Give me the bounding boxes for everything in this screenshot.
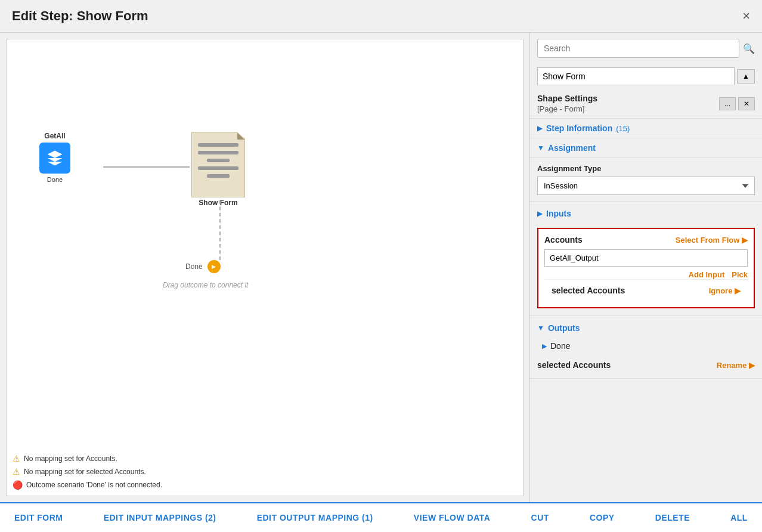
shape-name-row: ▲ (530, 64, 762, 89)
accounts-actions: Add Input Pick (544, 270, 748, 279)
assignment-type-label: Assignment Type (537, 164, 755, 173)
form-lines (192, 132, 244, 184)
all-button[interactable]: ALL (728, 509, 750, 526)
shape-settings-subtitle: [Page - Form] (537, 104, 597, 113)
search-button[interactable]: 🔍 (743, 43, 755, 54)
copy-button[interactable]: COPY (587, 509, 617, 526)
delete-button[interactable]: DELETE (653, 509, 692, 526)
shape-settings-header: Shape Settings [Page - Form] ... ✕ (537, 94, 755, 113)
done-expand-arrow: ▶ (542, 342, 547, 350)
step-info-label: Step Information (546, 123, 612, 133)
assignment-label: Assignment (548, 143, 596, 153)
warning-1: ⚠ No mapping set for Accounts. (13, 454, 162, 463)
scroll-up-button[interactable]: ▲ (737, 69, 755, 83)
accounts-card: Accounts Select From Flow ▶ Add Input Pi… (537, 228, 755, 308)
right-panel: 🔍 ▲ Shape Settings [Page - Form] ... ✕ (529, 33, 762, 502)
connector-line (103, 166, 190, 168)
ss-dots-button[interactable]: ... (719, 97, 736, 110)
cube-icon (46, 149, 64, 167)
edit-form-button[interactable]: EDIT FORM (12, 509, 66, 526)
drag-hint: Drag outcome to connect it (163, 281, 248, 289)
outputs-label: Outputs (548, 323, 580, 333)
outputs-done[interactable]: ▶ Done (530, 338, 762, 354)
showform-shape (191, 132, 245, 197)
getall-label: GetAll (39, 132, 70, 140)
warning-text-1: No mapping set for Accounts. (24, 454, 117, 463)
step-info-badge: (15) (616, 124, 630, 133)
shape-name-input[interactable] (537, 67, 735, 85)
step-info-header[interactable]: ▶ Step Information (15) (530, 119, 762, 138)
pick-link[interactable]: Pick (732, 270, 748, 279)
shape-settings-text: Shape Settings [Page - Form] (537, 94, 597, 113)
main-content: GetAll Done (0, 33, 762, 502)
panel-content[interactable]: Shape Settings [Page - Form] ... ✕ ▶ Ste… (530, 89, 762, 502)
getall-icon (39, 143, 70, 174)
done-output-label: Done (550, 341, 570, 351)
page-title: Edit Step: Show Form (12, 8, 148, 24)
selected-accounts-row: selected Accounts Ignore ▶ (544, 279, 748, 301)
outputs-header[interactable]: ▼ Outputs (530, 318, 762, 338)
selected-accounts-label: selected Accounts (552, 286, 625, 295)
sel-accounts-output-label: selected Accounts (537, 360, 611, 370)
showform-name: Show Form (191, 199, 245, 207)
warnings-panel: ⚠ No mapping set for Accounts. ⚠ No mapp… (13, 454, 162, 490)
accounts-input[interactable] (544, 249, 748, 267)
node-showform[interactable]: Show Form (191, 132, 245, 207)
cut-button[interactable]: CUT (529, 509, 552, 526)
step-info-arrow: ▶ (537, 124, 543, 132)
form-line-3 (207, 159, 229, 162)
done-label: Done (185, 262, 203, 271)
assignment-header[interactable]: ▼ Assignment (530, 138, 762, 158)
inputs-section: ▶ Inputs Accounts Select From Flow ▶ Add… (530, 202, 762, 316)
outputs-section: ▼ Outputs ▶ Done selected Accounts Renam… (530, 316, 762, 379)
warning-text-2: No mapping set for selected Accounts. (24, 468, 146, 476)
shape-settings-title: Shape Settings (537, 94, 597, 103)
add-input-link[interactable]: Add Input (689, 270, 725, 279)
bottom-toolbar: EDIT FORM EDIT INPUT MAPPINGS (2) EDIT O… (0, 502, 762, 532)
error-1: 🔴 Outcome scenario 'Done' is not connect… (13, 480, 162, 490)
accounts-card-header: Accounts Select From Flow ▶ (544, 235, 748, 245)
outputs-arrow: ▼ (537, 324, 544, 332)
warn-icon-1: ⚠ (13, 454, 20, 463)
ignore-link[interactable]: Ignore ▶ (709, 286, 741, 295)
title-bar: Edit Step: Show Form × (0, 0, 762, 33)
inputs-arrow: ▶ (537, 209, 543, 218)
sel-accounts-output: selected Accounts Rename ▶ (530, 354, 762, 376)
inputs-header[interactable]: ▶ Inputs (530, 204, 762, 223)
select-from-flow-link[interactable]: Select From Flow ▶ (676, 236, 748, 245)
assignment-section: Assignment Type InSession Static Dynamic (530, 158, 762, 202)
error-text-1: Outcome scenario 'Done' is not connected… (26, 481, 162, 489)
accounts-title: Accounts (544, 235, 583, 245)
form-line-1 (198, 143, 238, 147)
form-line-2 (198, 151, 238, 154)
form-line-5 (207, 174, 229, 178)
assignment-type-select[interactable]: InSession Static Dynamic (537, 177, 755, 195)
outcome-done: Done (185, 260, 221, 273)
flow-diagram: GetAll Done (7, 39, 523, 496)
ss-buttons: ... ✕ (719, 97, 755, 110)
warning-2: ⚠ No mapping set for selected Accounts. (13, 467, 162, 477)
edit-input-mappings-button[interactable]: EDIT INPUT MAPPINGS (2) (101, 509, 219, 526)
form-line-4 (198, 166, 238, 170)
done-circle[interactable] (207, 260, 221, 273)
shape-settings: Shape Settings [Page - Form] ... ✕ (530, 89, 762, 119)
assignment-arrow: ▼ (537, 144, 544, 152)
search-input[interactable] (537, 39, 739, 58)
getall-outcome: Done (39, 176, 70, 183)
view-flow-data-button[interactable]: VIEW FLOW DATA (411, 509, 493, 526)
dashed-connector (219, 200, 221, 260)
rename-link[interactable]: Rename ▶ (717, 361, 755, 370)
error-icon-1: 🔴 (13, 480, 23, 490)
canvas-area: GetAll Done (6, 39, 524, 496)
inputs-label: Inputs (546, 209, 571, 218)
ss-close-button[interactable]: ✕ (738, 97, 755, 110)
node-getall[interactable]: GetAll Done (39, 132, 70, 183)
search-bar: 🔍 (530, 33, 762, 64)
close-button[interactable]: × (742, 8, 750, 24)
warn-icon-2: ⚠ (13, 467, 20, 477)
edit-output-mapping-button[interactable]: EDIT OUTPUT MAPPING (1) (255, 509, 376, 526)
